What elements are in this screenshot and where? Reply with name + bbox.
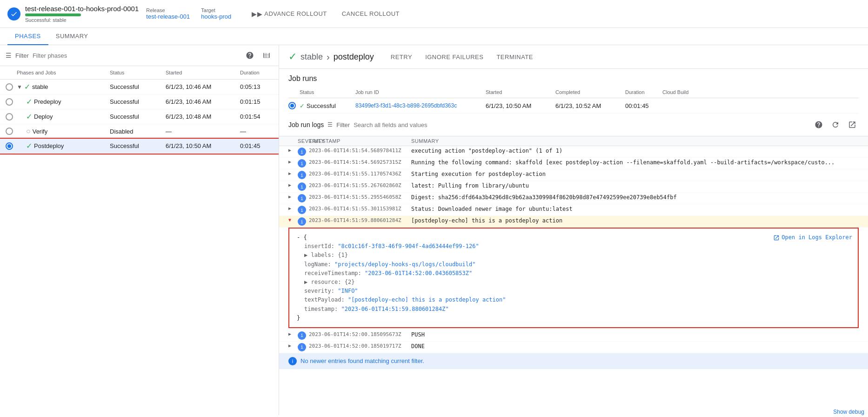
table-row[interactable]: ▼ ✓ stable Successful 6/1/23, 10:46 AM 0… [0, 80, 279, 94]
expand-log9[interactable]: ▶ [288, 343, 298, 348]
show-debug-link[interactable]: Show debug [833, 409, 864, 415]
open-logs-explorer-label: Open in Logs Explorer [781, 233, 852, 242]
col-severity: SEVERITY [298, 138, 309, 144]
jr-radio [288, 102, 296, 109]
cancel-rollout-label: CANCEL ROLLOUT [342, 10, 400, 17]
table-row[interactable]: ✓ Deploy Successful 6/1/23, 10:48 AM 0:0… [0, 109, 279, 124]
phase-name-postdeploy: ✓ Postdeploy [17, 141, 110, 150]
success-icon [7, 7, 20, 20]
advance-icon: ▶▶ [252, 10, 262, 18]
expand-log6[interactable]: ▶ [288, 206, 298, 211]
phase-label-verify: Verify [33, 128, 48, 135]
release-link[interactable]: test-release-001 [146, 13, 190, 20]
columns-icon[interactable] [260, 49, 273, 62]
target-link[interactable]: hooks-prod [201, 13, 231, 20]
log-row[interactable]: ▶ i 2023-06-01T14:51:55.295546058Z Diges… [279, 193, 868, 204]
table-row[interactable]: ✓ Postdeploy Successful 6/1/23, 10:50 AM… [0, 139, 279, 154]
timestamp-log2: 2023-06-01T14:51:54.569257315Z [309, 159, 411, 165]
jr-status-label: Successful [307, 102, 336, 109]
table-row[interactable]: ✓ Predeploy Successful 6/1/23, 10:46 AM … [0, 94, 279, 109]
log-row[interactable]: ▶ i 2023-06-01T14:52:00.185019717Z DONE [279, 342, 868, 353]
textpayload-key: textPayload: [304, 296, 348, 303]
toolbar-icons [243, 49, 273, 62]
main-content: ☰ Filter Phases and Jobs Status Started … [0, 45, 868, 415]
log-row[interactable]: ▼ i 2023-06-01T14:51:59.880601284Z [post… [279, 216, 868, 228]
expand-log4[interactable]: ▶ [288, 182, 298, 188]
jr-col-cloudbuild: Cloud Build [662, 89, 718, 95]
table-row[interactable]: ○ Verify Disabled — — — [0, 124, 279, 139]
severity-log7: i [298, 217, 306, 226]
jr-col-id: Job run ID [355, 89, 486, 95]
summary-log7: [postdeploy-echo] this is a postdeploy a… [411, 217, 859, 224]
header-title-block: test-release-001-to-hooks-prod-0001 Succ… [25, 5, 139, 23]
job-logs-title: Job run logs [288, 121, 324, 128]
summary-log6: Status: Downloaded newer image for ubunt… [411, 206, 859, 212]
receivets-val: "2023-06-01T14:52:00.043605853Z" [365, 270, 472, 276]
phase-name-stable: ▼ ✓ stable [17, 82, 110, 91]
log-detail-resource: ▶ resource: {2} [297, 278, 850, 287]
external-link-icon [773, 235, 780, 241]
radio-stable [6, 83, 13, 91]
retry-button[interactable]: RETRY [387, 52, 416, 62]
jr-row[interactable]: ✓ Successful 83499ef3-f3d1-48c3-b898-269… [288, 98, 859, 114]
severity-val: "INFO" [338, 288, 358, 294]
summary-log4: latest: Pulling from library/ubuntu [411, 182, 859, 189]
logs-header: SEVERITY TIMESTAMP SUMMARY [279, 136, 868, 146]
log-row[interactable]: ▶ i 2023-06-01T14:51:55.301153981Z Statu… [279, 204, 868, 216]
jr-duration: 00:01:45 [625, 102, 662, 109]
filter-input[interactable] [33, 52, 240, 59]
log-row[interactable]: ▶ i 2023-06-01T14:51:55.267602860Z lates… [279, 181, 868, 193]
log-row[interactable]: ▶ i 2023-06-01T14:52:00.185095673Z PUSH [279, 330, 868, 342]
duration-postdeploy: 0:01:45 [240, 142, 279, 149]
expand-log1[interactable]: ▶ [288, 148, 298, 153]
terminate-button[interactable]: TERMINATE [493, 52, 537, 62]
log-row[interactable]: ▶ i 2023-06-01T14:51:55.117057436Z Start… [279, 169, 868, 181]
status-postdeploy: Successful [110, 142, 166, 149]
right-header-actions: RETRY IGNORE FAILURES TERMINATE [387, 52, 537, 62]
expand-labels[interactable]: ▶ [304, 252, 311, 258]
no-newer-entries: i No newer entries found matching curren… [279, 353, 868, 369]
job-logs-actions [812, 118, 859, 131]
radio-predeploy [6, 98, 13, 106]
started-deploy: 6/1/23, 10:48 AM [166, 113, 240, 120]
refresh-logs-icon[interactable] [829, 118, 842, 131]
right-header: ✓ stable › postdeploy RETRY IGNORE FAILU… [279, 45, 868, 69]
severity-key: severity: [304, 288, 338, 294]
jr-status-icon: ✓ [300, 102, 305, 109]
target-label: Target [201, 7, 231, 13]
help-logs-icon[interactable] [812, 118, 825, 131]
log-row[interactable]: ▶ i 2023-06-01T14:51:54.568978411Z execu… [279, 146, 868, 158]
open-logs-explorer-btn[interactable]: Open in Logs Explorer [773, 233, 852, 242]
header: test-release-001-to-hooks-prod-0001 Succ… [0, 0, 868, 28]
log-detail-severity: severity: "INFO" [297, 287, 850, 296]
log-detail-expanded: - { insertId: "8c01c16f-3f83-46f9-904f-4… [288, 228, 859, 328]
header-meta: Release test-release-001 Target hooks-pr… [146, 7, 231, 20]
expand-icon-stable: ▼ [17, 84, 22, 90]
progress-bar-container [25, 13, 81, 16]
tab-summary[interactable]: SUMMARY [48, 28, 96, 45]
help-icon[interactable] [243, 49, 256, 62]
right-panel: ✓ stable › postdeploy RETRY IGNORE FAILU… [279, 45, 868, 415]
open-logs-explorer-link[interactable]: Open in Logs Explorer [773, 233, 852, 242]
release-label: Release [146, 7, 190, 13]
expand-log5[interactable]: ▶ [288, 194, 298, 199]
progress-bar-fill [25, 13, 81, 16]
expand-log7[interactable]: ▼ [288, 217, 298, 222]
expand-log2[interactable]: ▶ [288, 159, 298, 164]
logname-val: "projects/deploy-hooks-qs/logs/cloudbuil… [334, 261, 475, 268]
expand-resource[interactable]: ▶ [304, 279, 311, 285]
summary-log1: executing action "postdeploy-action" (1 … [411, 148, 859, 154]
expand-log3[interactable]: ▶ [288, 171, 298, 176]
col-status: Status [110, 70, 166, 75]
insert-id-key: insertId: [304, 243, 338, 249]
ignore-failures-button[interactable]: IGNORE FAILURES [421, 52, 487, 62]
open-external-icon[interactable] [846, 118, 859, 131]
phase-label-stable: stable [32, 83, 48, 90]
jr-col-completed: Completed [555, 89, 625, 95]
cancel-rollout-button[interactable]: CANCEL ROLLOUT [336, 7, 405, 20]
expand-log8[interactable]: ▶ [288, 331, 298, 336]
log-row[interactable]: ▶ i 2023-06-01T14:51:54.569257315Z Runni… [279, 158, 868, 169]
log-search-input[interactable] [354, 121, 808, 128]
tab-phases[interactable]: PHASES [7, 28, 48, 45]
advance-rollout-button[interactable]: ▶▶ ADVANCE ROLLOUT [246, 7, 332, 20]
